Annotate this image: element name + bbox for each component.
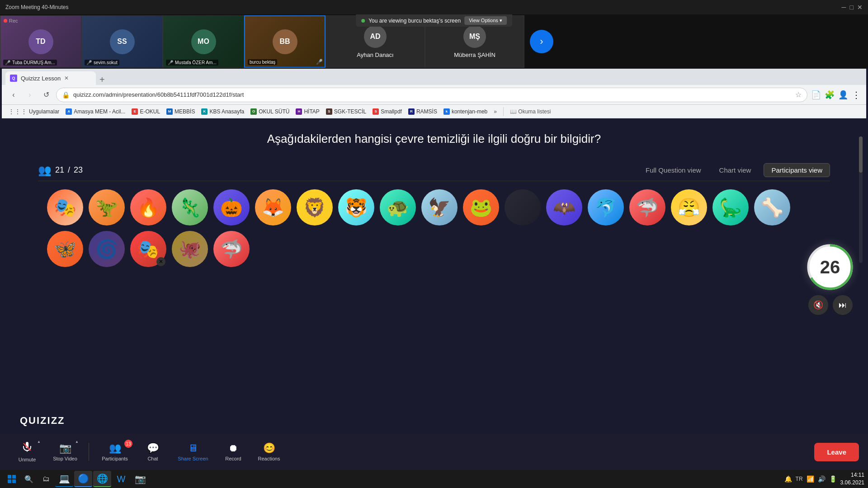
pdf-icon[interactable]: 📄 xyxy=(811,90,821,100)
leave-button[interactable]: Leave xyxy=(814,443,859,461)
volume-icon[interactable]: 🔊 xyxy=(818,475,826,483)
stop-video-label: Stop Video xyxy=(53,456,77,461)
unmute-caret[interactable]: ▲ xyxy=(37,440,41,444)
bookmark-apps[interactable]: ⋮⋮⋮ Uygulamalar xyxy=(6,107,61,116)
restore-button[interactable]: □ xyxy=(850,4,854,11)
new-tab-button[interactable]: + xyxy=(99,75,105,85)
bookmark-hitap[interactable]: H HİTAP xyxy=(294,108,321,116)
bookmark-kontenjan[interactable]: k kontenjan-meb xyxy=(442,108,489,116)
avatar-10: 🦅 xyxy=(421,189,458,225)
next-participant-button[interactable]: › xyxy=(530,30,553,53)
taskbar-app-chrome[interactable]: 🌐 xyxy=(93,471,111,487)
video-strip: You are viewing burcu bektaş's screen Vi… xyxy=(0,14,868,69)
name-label-muberra: Müberra ŞAHİN xyxy=(454,52,495,58)
view-options-button[interactable]: View Options ▾ xyxy=(464,16,507,25)
browser-tab-quizizz[interactable]: Q Quizizz Lesson ✕ xyxy=(5,71,96,85)
participants-button[interactable]: 👥 Participants 13 xyxy=(94,436,135,468)
bookmark-mebbis[interactable]: M MEBBİS xyxy=(165,108,197,116)
toolbar-separator-1 xyxy=(89,443,89,461)
tab-close-button[interactable]: ✕ xyxy=(64,75,69,81)
avatar-17: 🦕 xyxy=(712,189,749,225)
mute-timer-button[interactable]: 🔇 xyxy=(808,295,828,315)
browser-tab-bar: Q Quizizz Lesson ✕ + xyxy=(2,69,866,85)
svg-rect-4 xyxy=(12,475,16,479)
taskbar-app-explorer[interactable]: 💻 xyxy=(55,471,73,487)
minimize-button[interactable]: ─ xyxy=(842,4,846,11)
bookmark-eokul[interactable]: E E-OKUL xyxy=(130,108,162,116)
screen-share-notification: You are viewing burcu bektaş's screen Vi… xyxy=(356,14,512,27)
bookmark-reading-list[interactable]: 📖 Okuma listesi xyxy=(508,108,552,116)
answered-count: 21 xyxy=(55,165,64,175)
avatar-grid: 🎭 🦖 🔥 🦎 🎃 🦊 🦁 🐯 🐢 🦅 🐸 🦇 🐬 🦈 😤 🦕 🦴 🦋 🌀 xyxy=(47,186,821,271)
bookmark-more[interactable]: » xyxy=(492,108,499,116)
close-button[interactable]: ✕ xyxy=(857,4,863,11)
bookmark-ramsis[interactable]: R RAMSİS xyxy=(406,108,439,116)
window-controls: ─ □ ✕ xyxy=(842,4,863,11)
bookmark-kbs[interactable]: K KBS Anasayfa xyxy=(199,108,246,116)
chart-view-button[interactable]: Chart view xyxy=(714,163,757,177)
video-tile-4: BB burcu bektaş 🎤 xyxy=(244,15,326,68)
task-view-button[interactable]: 🗂 xyxy=(38,471,54,487)
share-screen-label: Share Screen xyxy=(178,456,208,461)
participants-view-button[interactable]: Participants view xyxy=(764,163,830,177)
search-button[interactable]: 🔍 xyxy=(21,471,37,487)
back-button[interactable]: ‹ xyxy=(7,89,20,101)
skip-timer-button[interactable]: ⏭ xyxy=(833,295,853,315)
extensions-icon[interactable]: 🧩 xyxy=(825,90,835,100)
zoom-titlebar: Zoom Meeting 40-Minutes ─ □ ✕ xyxy=(0,0,868,14)
chat-button[interactable]: 💬 Chat xyxy=(137,436,169,468)
full-question-view-button[interactable]: Full Question view xyxy=(640,163,707,177)
taskbar-app-camera[interactable]: 📷 xyxy=(131,471,149,487)
timer-display: 26 xyxy=(807,244,853,290)
refresh-button[interactable]: ↺ xyxy=(40,89,52,101)
bookmark-smallpdf[interactable]: S Smallpdf xyxy=(371,108,404,116)
system-tray: 🔔 TR 📶 🔊 🔋 14:11 3.06.2021 xyxy=(784,471,864,487)
browser-controls: ‹ › ↺ 🔒 quizizz.com/admin/presentation/6… xyxy=(2,85,866,105)
address-bar[interactable]: 🔒 quizizz.com/admin/presentation/60b8b54… xyxy=(56,88,807,102)
avatar-14: 🐬 xyxy=(588,189,624,225)
scrollbar-thumb[interactable] xyxy=(859,136,863,173)
clock-date: 3.06.2021 xyxy=(840,479,864,487)
battery-icon[interactable]: 🔋 xyxy=(829,475,837,483)
avatar-23: 🦈 xyxy=(213,231,250,267)
forward-button[interactable]: › xyxy=(24,89,36,101)
profile-icon[interactable]: 👤 xyxy=(838,90,848,100)
share-screen-button[interactable]: 🖥 Share Screen xyxy=(170,436,216,468)
tab-title: Quizizz Lesson xyxy=(21,75,61,82)
notifications-icon[interactable]: 🔔 xyxy=(784,475,792,483)
zoom-toolbar: Unmute ▲ 📷 Stop Video ▲ 👥 Participants 1… xyxy=(0,434,868,470)
avatar-9: 🐢 xyxy=(380,189,416,225)
stop-video-button[interactable]: 📷 Stop Video ▲ xyxy=(47,436,83,468)
record-label: Record xyxy=(225,456,241,461)
avatar-21: 🎭 ✕ xyxy=(130,231,166,267)
status-dot xyxy=(361,19,365,23)
bookmark-okulsutu[interactable]: O OKUL SÜTÜ xyxy=(249,108,291,116)
unmute-label: Unmute xyxy=(19,457,36,462)
avatar-11: 🐸 xyxy=(463,189,499,225)
svg-rect-3 xyxy=(8,475,11,479)
rec-label: Rec xyxy=(9,18,18,23)
language-icon[interactable]: TR xyxy=(796,476,803,482)
bookmark-star-icon[interactable]: ☆ xyxy=(795,90,802,99)
total-count: 23 xyxy=(74,165,83,175)
start-button[interactable] xyxy=(4,471,20,487)
rec-dot xyxy=(4,19,7,23)
record-button[interactable]: ⏺ Record xyxy=(217,436,249,468)
reactions-label: Reactions xyxy=(258,456,280,461)
reactions-button[interactable]: 😊 Reactions xyxy=(251,436,287,468)
avatar-16: 😤 xyxy=(671,189,707,225)
network-icon[interactable]: 📶 xyxy=(807,475,814,483)
scrollbar-track[interactable] xyxy=(859,136,863,263)
video-tile-3: MO 🎤 Mustafa ÖZER Am... xyxy=(163,15,244,68)
participant-name-3: 🎤 Mustafa ÖZER Am... xyxy=(166,60,218,66)
taskbar-app-word[interactable]: W xyxy=(112,471,130,487)
unmute-button[interactable]: Unmute ▲ xyxy=(9,436,45,468)
view-buttons: Full Question view Chart view Participan… xyxy=(640,163,830,177)
video-caret[interactable]: ▲ xyxy=(75,440,79,444)
taskbar-app-zoom[interactable]: 🔵 xyxy=(74,471,92,487)
bookmark-sgk[interactable]: S SGK-TESCİL xyxy=(324,108,368,116)
menu-icon[interactable]: ⋮ xyxy=(852,89,861,100)
bookmark-amasya[interactable]: A Amasya MEM - Acil... xyxy=(64,108,127,116)
notification-text: You are viewing burcu bektaş's screen xyxy=(368,18,461,24)
windows-taskbar: 🔍 🗂 💻 🔵 🌐 W 📷 🔔 TR 📶 🔊 🔋 14:11 3.06.2021 xyxy=(0,470,868,488)
